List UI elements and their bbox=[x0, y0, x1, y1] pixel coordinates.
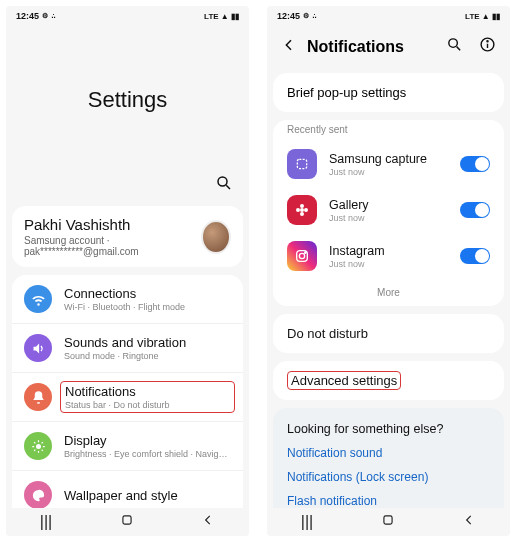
status-misc-icons: ⚙ ⛬ bbox=[42, 12, 57, 20]
notifications-highlight: Notifications Status bar · Do not distur… bbox=[60, 381, 235, 413]
palette-icon bbox=[24, 481, 52, 509]
row-notifications[interactable]: Notifications Status bar · Do not distur… bbox=[12, 373, 243, 422]
link-notification-sound[interactable]: Notification sound bbox=[287, 446, 490, 460]
account-sub: Samsung account · pak***********@gmail.c… bbox=[24, 235, 201, 257]
page-title: Settings bbox=[6, 26, 249, 174]
toggle-samsung-capture[interactable] bbox=[460, 156, 490, 172]
svg-line-10 bbox=[34, 449, 35, 450]
svg-rect-11 bbox=[123, 516, 131, 524]
dnd-row[interactable]: Do not disturb bbox=[273, 314, 504, 353]
status-network: LTE ▲ ▮▮ bbox=[465, 12, 500, 21]
link-flash-notification[interactable]: Flash notification bbox=[287, 494, 490, 508]
link-notifications-lock[interactable]: Notifications (Lock screen) bbox=[287, 470, 490, 484]
svg-line-8 bbox=[41, 449, 42, 450]
status-bar: 12:45 ⚙ ⛬ LTE ▲ ▮▮ bbox=[6, 6, 249, 26]
avatar[interactable] bbox=[201, 220, 231, 254]
advanced-settings-highlight: Advanced settings bbox=[287, 371, 401, 390]
android-navbar: ||| bbox=[6, 508, 249, 536]
notifications-screen: 12:45 ⚙ ⛬ LTE ▲ ▮▮ Notifications Brief p… bbox=[267, 6, 510, 536]
app-row-instagram[interactable]: Instagram Just now bbox=[273, 233, 504, 279]
page-title: Notifications bbox=[307, 38, 436, 56]
svg-point-18 bbox=[300, 208, 304, 212]
samsung-capture-icon bbox=[287, 149, 317, 179]
status-time: 12:45 bbox=[16, 11, 39, 21]
sun-icon bbox=[24, 432, 52, 460]
account-card[interactable]: Pakhi Vashishth Samsung account · pak***… bbox=[12, 206, 243, 267]
toggle-instagram[interactable] bbox=[460, 248, 490, 264]
back-icon[interactable] bbox=[281, 37, 297, 57]
android-navbar: ||| bbox=[267, 508, 510, 536]
home-button[interactable] bbox=[381, 513, 395, 531]
recently-sent-label: Recently sent bbox=[273, 120, 504, 141]
app-row-gallery[interactable]: Gallery Just now bbox=[273, 187, 504, 233]
svg-point-20 bbox=[299, 253, 304, 258]
more-button[interactable]: More bbox=[279, 279, 498, 306]
svg-line-1 bbox=[226, 185, 230, 189]
toggle-gallery[interactable] bbox=[460, 202, 490, 218]
back-button[interactable] bbox=[462, 513, 476, 531]
looking-for-card: Looking for something else? Notification… bbox=[273, 408, 504, 522]
svg-point-12 bbox=[449, 39, 458, 48]
wifi-icon bbox=[24, 285, 52, 313]
svg-point-21 bbox=[305, 252, 306, 253]
home-button[interactable] bbox=[120, 513, 134, 531]
svg-rect-22 bbox=[384, 516, 392, 524]
status-time: 12:45 bbox=[277, 11, 300, 21]
svg-line-7 bbox=[34, 442, 35, 443]
looking-title: Looking for something else? bbox=[287, 422, 490, 436]
brief-popup-settings[interactable]: Brief pop-up settings bbox=[273, 73, 504, 112]
recent-apps-card: Recently sent Samsung capture Just now G… bbox=[273, 120, 504, 306]
sound-icon bbox=[24, 334, 52, 362]
settings-list: Connections Wi-Fi · Bluetooth · Flight m… bbox=[12, 275, 243, 519]
svg-point-16 bbox=[487, 41, 488, 42]
page-header: Notifications bbox=[267, 26, 510, 67]
svg-point-0 bbox=[218, 177, 227, 186]
row-display[interactable]: Display Brightness · Eye comfort shield … bbox=[12, 422, 243, 471]
recent-apps-button[interactable]: ||| bbox=[301, 513, 313, 531]
info-icon[interactable] bbox=[479, 36, 496, 57]
svg-point-2 bbox=[36, 444, 41, 449]
status-bar: 12:45 ⚙ ⛬ LTE ▲ ▮▮ bbox=[267, 6, 510, 26]
row-connections[interactable]: Connections Wi-Fi · Bluetooth · Flight m… bbox=[12, 275, 243, 324]
search-icon[interactable] bbox=[446, 36, 463, 57]
svg-line-9 bbox=[41, 442, 42, 443]
instagram-icon bbox=[287, 241, 317, 271]
gallery-icon bbox=[287, 195, 317, 225]
row-sounds[interactable]: Sounds and vibration Sound mode · Ringto… bbox=[12, 324, 243, 373]
svg-line-13 bbox=[457, 47, 461, 51]
settings-screen: 12:45 ⚙ ⛬ LTE ▲ ▮▮ Settings Pakhi Vashis… bbox=[6, 6, 249, 536]
bell-icon bbox=[24, 383, 52, 411]
search-icon[interactable] bbox=[215, 174, 233, 196]
status-misc-icons: ⚙ ⛬ bbox=[303, 12, 318, 20]
status-network: LTE ▲ ▮▮ bbox=[204, 12, 239, 21]
advanced-settings-row[interactable]: Advanced settings bbox=[273, 361, 504, 400]
svg-rect-17 bbox=[297, 159, 306, 168]
account-name: Pakhi Vashishth bbox=[24, 216, 201, 233]
back-button[interactable] bbox=[201, 513, 215, 531]
app-row-samsung-capture[interactable]: Samsung capture Just now bbox=[273, 141, 504, 187]
recent-apps-button[interactable]: ||| bbox=[40, 513, 52, 531]
